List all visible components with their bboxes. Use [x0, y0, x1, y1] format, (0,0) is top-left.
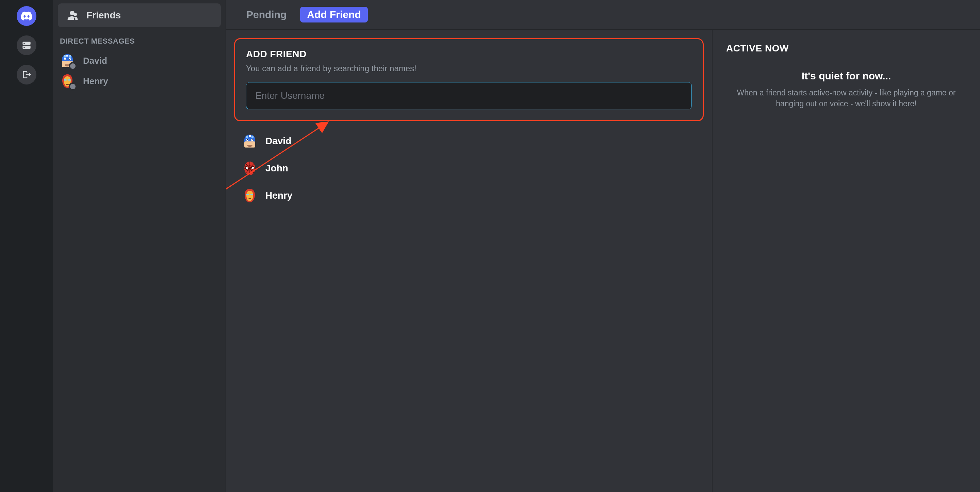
server-icon — [22, 40, 31, 50]
logout-icon — [22, 70, 31, 79]
search-result-name: Henry — [266, 190, 292, 201]
discord-icon — [21, 11, 32, 21]
friends-icon — [67, 10, 78, 21]
logout-button[interactable] — [17, 65, 37, 85]
channel-sidebar: Friends DIRECT MESSAGES DavidHenry — [53, 0, 226, 492]
tab-add-friend[interactable]: Add Friend — [300, 7, 368, 22]
username-input[interactable] — [246, 82, 692, 109]
friends-tab-label: Friends — [86, 10, 121, 21]
dm-item[interactable]: Henry — [58, 71, 221, 91]
search-results: DavidJohnHenry — [234, 121, 704, 209]
dm-name: David — [83, 56, 107, 66]
friends-tab[interactable]: Friends — [58, 3, 221, 27]
avatar — [242, 188, 257, 203]
search-result-item[interactable]: John — [238, 155, 700, 182]
active-now-quiet-title: It's quiet for now... — [726, 70, 966, 82]
add-friend-title: ADD FRIEND — [246, 49, 692, 60]
search-component: ADD FRIEND You can add a friend by searc… — [234, 38, 704, 121]
avatar — [242, 134, 257, 149]
guild-rail — [0, 0, 53, 492]
dm-name: Henry — [83, 76, 108, 86]
add-friend-panel: ADD FRIEND You can add a friend by searc… — [226, 30, 712, 492]
status-dot-offline — [70, 84, 76, 89]
tab-pending[interactable]: Pending — [247, 9, 286, 21]
friends-tab-bar: Pending Add Friend — [226, 0, 980, 30]
search-result-name: David — [266, 136, 291, 147]
active-now-description: When a friend starts active-now activity… — [726, 87, 966, 109]
add-friend-subtitle: You can add a friend by searching their … — [246, 64, 692, 73]
active-now-title: ACTIVE NOW — [726, 43, 966, 54]
server-button[interactable] — [17, 35, 37, 55]
search-result-item[interactable]: Henry — [238, 182, 700, 209]
dm-item[interactable]: David — [58, 50, 221, 71]
status-dot-offline — [70, 63, 76, 69]
active-now-panel: ACTIVE NOW It's quiet for now... When a … — [712, 30, 980, 492]
search-result-name: John — [266, 163, 288, 174]
home-button[interactable] — [17, 6, 37, 26]
avatar — [242, 161, 257, 176]
dm-section-header: DIRECT MESSAGES — [58, 29, 221, 48]
avatar — [60, 53, 75, 68]
main-area: Pending Add Friend ADD FRIEND You can ad… — [226, 0, 980, 492]
search-result-item[interactable]: David — [238, 128, 700, 155]
avatar — [60, 73, 75, 89]
